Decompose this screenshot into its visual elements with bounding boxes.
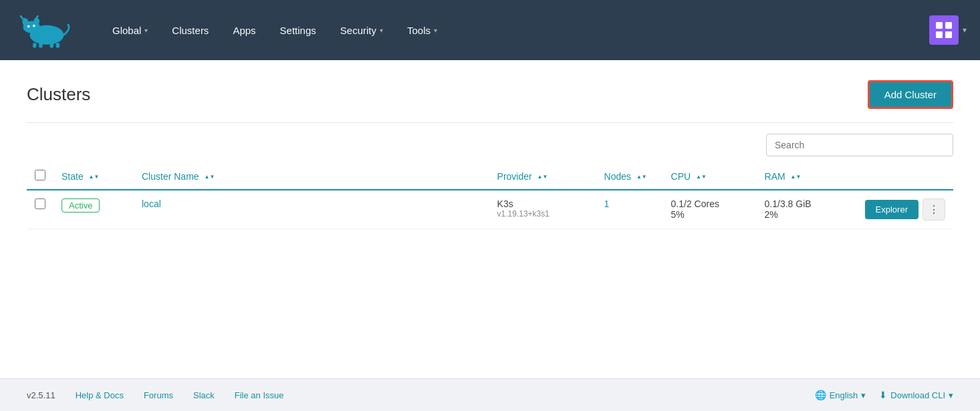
download-cli-label: Download CLI xyxy=(890,390,945,400)
footer-forums[interactable]: Forums xyxy=(144,390,173,400)
user-dropdown-icon[interactable]: ▾ xyxy=(963,25,967,35)
cluster-name-link[interactable]: local xyxy=(142,198,161,209)
provider-name: K3s xyxy=(497,198,588,209)
svg-rect-14 xyxy=(936,31,943,38)
nav-apps[interactable]: Apps xyxy=(221,18,267,43)
col-provider[interactable]: Provider ▲▼ xyxy=(489,163,596,190)
navbar: Global ▾ Clusters Apps Settings Security… xyxy=(0,0,980,60)
svg-rect-9 xyxy=(56,43,59,47)
language-selector[interactable]: 🌐 English ▾ xyxy=(815,390,866,400)
row-state-cell: Active xyxy=(53,190,134,229)
svg-rect-12 xyxy=(936,22,943,29)
row-checkbox[interactable] xyxy=(35,198,45,209)
row-cpu-cell: 0.1/2 Cores 5% xyxy=(663,190,757,229)
nodes-link[interactable]: 1 xyxy=(604,198,610,209)
row-nodes-cell: 1 xyxy=(596,190,663,229)
svg-rect-8 xyxy=(50,43,53,47)
footer-file-issue[interactable]: File an Issue xyxy=(235,390,284,400)
svg-point-10 xyxy=(27,25,30,27)
tools-chevron-icon: ▾ xyxy=(434,27,437,34)
row-checkbox-cell xyxy=(27,190,53,229)
col-cpu[interactable]: CPU ▲▼ xyxy=(663,163,757,190)
header-divider xyxy=(27,122,953,123)
row-name-cell: local xyxy=(134,190,489,229)
svg-rect-15 xyxy=(945,31,952,38)
footer-right: 🌐 English ▾ ⬇ Download CLI ▾ xyxy=(815,390,953,400)
page-header: Clusters Add Cluster xyxy=(27,80,953,109)
row-ram-cell: 0.1/3.8 GiB 2% xyxy=(757,190,857,229)
col-cluster-name[interactable]: Cluster Name ▲▼ xyxy=(134,163,489,190)
page-title: Clusters xyxy=(27,84,90,105)
table-row: Active local K3s v1.19.13+k3s1 1 0.1/2 C… xyxy=(27,190,953,229)
download-icon: ⬇ xyxy=(879,390,887,400)
svg-rect-6 xyxy=(33,43,36,47)
nav-right-area: ▾ xyxy=(929,15,967,45)
language-label: English xyxy=(830,390,858,400)
add-cluster-button[interactable]: Add Cluster xyxy=(868,80,953,109)
brand-logo[interactable] xyxy=(13,10,87,50)
cpu-usage: 0.1/2 Cores xyxy=(671,198,749,209)
footer: v2.5.11 Help & Docs Forums Slack File an… xyxy=(0,378,980,411)
ram-sort-icon: ▲▼ xyxy=(791,174,802,180)
select-all-checkbox[interactable] xyxy=(35,170,45,180)
cluster-name-sort-icon: ▲▼ xyxy=(204,174,215,180)
language-chevron-icon: ▾ xyxy=(861,390,866,400)
table-area: State ▲▼ Cluster Name ▲▼ Provider ▲▼ Nod… xyxy=(27,134,953,229)
nav-tools[interactable]: Tools ▾ xyxy=(395,18,449,43)
nodes-sort-icon: ▲▼ xyxy=(636,174,647,180)
svg-line-4 xyxy=(21,16,24,19)
version-label: v2.5.11 xyxy=(27,390,55,400)
footer-help-docs[interactable]: Help & Docs xyxy=(76,390,124,400)
nav-settings[interactable]: Settings xyxy=(268,18,328,43)
row-provider-cell: K3s v1.19.13+k3s1 xyxy=(489,190,596,229)
footer-slack[interactable]: Slack xyxy=(193,390,215,400)
svg-rect-13 xyxy=(945,22,952,29)
table-body: Active local K3s v1.19.13+k3s1 1 0.1/2 C… xyxy=(27,190,953,229)
more-options-button[interactable]: ⋮ xyxy=(923,198,945,221)
download-chevron-icon: ▾ xyxy=(949,390,953,400)
cpu-sort-icon: ▲▼ xyxy=(696,174,707,180)
svg-rect-7 xyxy=(39,43,42,47)
select-all-header xyxy=(27,163,53,190)
ram-usage: 0.1/3.8 GiB xyxy=(765,198,849,209)
nav-clusters[interactable]: Clusters xyxy=(160,18,221,43)
nav-menu: Global ▾ Clusters Apps Settings Security… xyxy=(100,18,929,43)
state-sort-icon: ▲▼ xyxy=(89,174,100,180)
table-header: State ▲▼ Cluster Name ▲▼ Provider ▲▼ Nod… xyxy=(27,163,953,190)
actions-container: Explorer ⋮ xyxy=(865,198,945,221)
security-chevron-icon: ▾ xyxy=(380,27,383,34)
nav-global[interactable]: Global ▾ xyxy=(100,18,160,43)
provider-version: v1.19.13+k3s1 xyxy=(497,209,588,219)
col-nodes[interactable]: Nodes ▲▼ xyxy=(596,163,663,190)
search-input[interactable] xyxy=(766,134,953,156)
ram-pct: 2% xyxy=(765,209,849,220)
download-cli-button[interactable]: ⬇ Download CLI ▾ xyxy=(879,390,953,400)
row-actions-cell: Explorer ⋮ xyxy=(857,190,953,229)
search-row xyxy=(27,134,953,156)
explorer-button[interactable]: Explorer xyxy=(865,200,918,219)
col-actions xyxy=(857,163,953,190)
col-state[interactable]: State ▲▼ xyxy=(53,163,134,190)
user-menu-button[interactable] xyxy=(929,15,959,45)
nav-security[interactable]: Security ▾ xyxy=(328,18,395,43)
svg-point-11 xyxy=(33,24,35,27)
col-ram[interactable]: RAM ▲▼ xyxy=(757,163,857,190)
provider-sort-icon: ▲▼ xyxy=(537,174,548,180)
global-chevron-icon: ▾ xyxy=(144,27,148,34)
main-content: Clusters Add Cluster State ▲▼ Cluster Na… xyxy=(0,60,980,378)
clusters-table: State ▲▼ Cluster Name ▲▼ Provider ▲▼ Nod… xyxy=(27,163,953,229)
cpu-pct: 5% xyxy=(671,209,749,220)
status-badge: Active xyxy=(62,198,100,213)
globe-icon: 🌐 xyxy=(815,390,826,400)
